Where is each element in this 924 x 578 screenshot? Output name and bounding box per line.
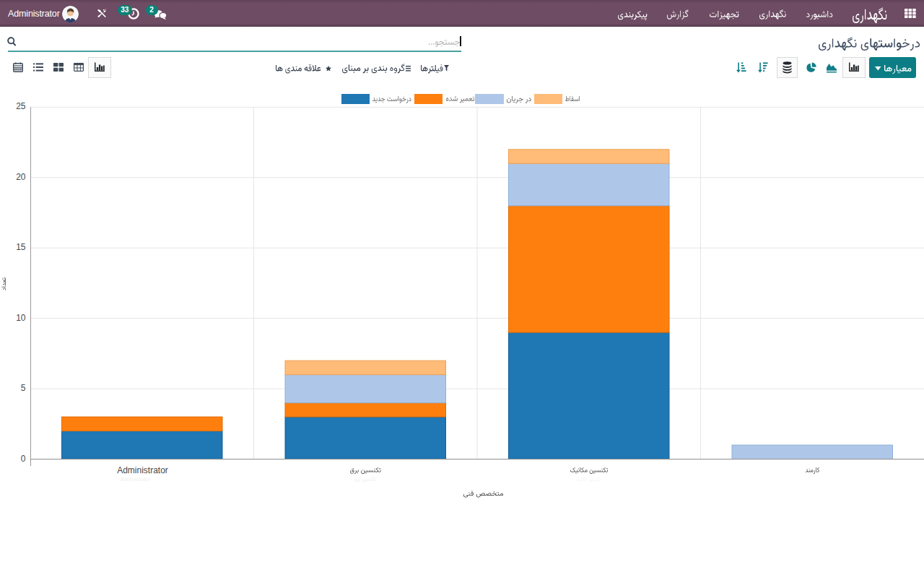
svg-text:0: 0 — [21, 454, 26, 464]
svg-text:15: 15 — [16, 242, 26, 252]
svg-text:10: 10 — [16, 313, 26, 323]
svg-text:5: 5 — [21, 383, 26, 393]
svg-text:Administrator: Administrator — [117, 465, 168, 475]
svg-text:25: 25 — [16, 101, 26, 111]
svg-text:20: 20 — [16, 172, 26, 182]
